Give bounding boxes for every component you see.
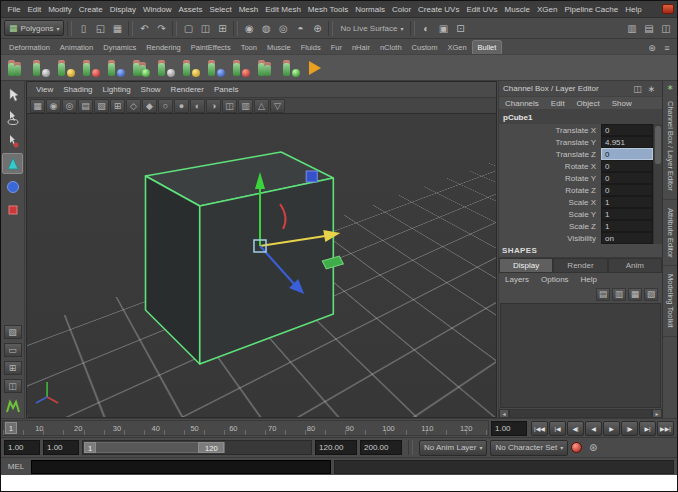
channel-attribute-row[interactable]: Translate Y 4.951 [499,136,653,148]
redo-icon[interactable]: ↷ [153,20,169,36]
channel-attribute-row[interactable]: Scale Z 1 [499,220,653,232]
play-backwards-button[interactable]: ◀ [585,421,602,436]
toggle-channel-box-icon[interactable]: ◫ [658,20,674,36]
split-pane-layout-button[interactable]: ◫ [4,379,22,393]
layer-list[interactable] [500,303,661,408]
scrollbar-track[interactable] [509,409,652,418]
layer-editor-tab[interactable]: Render [553,258,607,273]
range-start-handle[interactable]: 1 [84,442,96,453]
anim-layer-dropdown[interactable]: No Anim Layer ▾ [419,440,487,456]
render-current-frame-icon[interactable]: ◐ [418,20,434,36]
split-layout-icon[interactable]: ◫ [631,82,644,95]
shelf-tab[interactable]: Dynamics [98,41,141,54]
pin-panel-icon[interactable]: ∗ [645,82,658,95]
step-back-frame-button[interactable]: ◀| [567,421,584,436]
ipr-render-icon[interactable]: ▣ [435,20,451,36]
animation-preferences-button[interactable]: ⊛ [585,440,601,456]
single-pane-layout-button[interactable]: ▭ [4,343,22,357]
playback-start-field[interactable]: 1.00 [43,440,79,455]
shelf-tab[interactable]: Bullet [472,40,503,54]
oversampling-icon[interactable]: ◇ [126,99,141,113]
timeline-ruler[interactable]: 102030405060708090100110120 1 [2,420,489,436]
paint-select-tool-button[interactable] [2,130,23,151]
shelf-tab[interactable]: Animation [55,41,98,54]
shelf-tab[interactable]: Toon [236,41,262,54]
lasso-tool-button[interactable] [2,107,23,128]
attribute-value-field[interactable]: 0 [601,124,653,136]
render-settings-icon[interactable]: ⊡ [452,20,468,36]
menu-item[interactable]: Mesh Tools [304,4,351,15]
move-tool-button[interactable] [2,153,23,174]
viewport-canvas[interactable] [27,114,496,417]
channel-box-menu-item[interactable]: Object [571,99,606,108]
resolution-gate-icon[interactable]: ◐ [190,99,205,113]
lock-camera-icon[interactable]: ◉ [46,99,61,113]
workspace-icon[interactable] [662,4,674,14]
menu-item[interactable]: Assets [175,4,206,15]
playback-end-field[interactable]: 120.00 [315,440,357,455]
wireframe-mode-icon[interactable]: △ [254,99,269,113]
layer-editor-menu-item[interactable]: Options [535,275,575,284]
shelf-tab[interactable]: XGen [442,41,471,54]
attribute-value-field[interactable]: 4.951 [601,136,653,148]
shelf-play-arrow-icon[interactable] [309,61,321,75]
animation-start-field[interactable]: 1.00 [4,440,40,455]
layer-editor-menu-item[interactable]: Help [575,275,603,284]
shaded-mode-icon[interactable]: ▽ [270,99,285,113]
viewport-menu-item[interactable]: Renderer [166,85,209,94]
undo-icon[interactable]: ↶ [136,20,152,36]
menu-item[interactable]: XGen [533,4,560,15]
attribute-value-field[interactable]: 1 [601,196,653,208]
bullet-rigid-set-icon[interactable] [30,57,52,79]
select-tool-button[interactable] [2,84,23,105]
select-hierarchy-icon[interactable]: ▢ [180,20,196,36]
channel-attribute-row[interactable]: Translate Z 0 [499,148,653,160]
auto-keyframe-button[interactable] [571,442,582,453]
gate-mask-icon[interactable]: ◑ [206,99,221,113]
current-frame-field[interactable]: 1.00 [491,421,527,436]
selected-object-name[interactable]: pCube1 [499,110,662,124]
new-anim-layer-icon[interactable]: ▧ [644,288,658,301]
attribute-value-field[interactable]: 0 [601,160,653,172]
scale-tool-button[interactable] [2,199,23,220]
channel-box-menu-item[interactable]: Edit [545,99,571,108]
range-slider[interactable]: 1 120 [82,440,312,455]
safe-action-icon[interactable]: ▥ [238,99,253,113]
channel-attribute-row[interactable]: Scale Y 1 [499,208,653,220]
shelf-menu-icon[interactable]: ≡ [660,41,674,54]
menu-item[interactable]: Select [206,4,235,15]
channel-attribute-row[interactable]: Scale X 1 [499,196,653,208]
channel-box-menu-item[interactable]: Channels [499,99,545,108]
attribute-value-field[interactable]: 0 [601,172,653,184]
snap-to-point-icon[interactable]: ◎ [275,20,291,36]
selected-cube[interactable] [146,152,334,364]
save-scene-icon[interactable]: ▦ [109,20,125,36]
channel-box-scrollbar[interactable] [653,124,662,244]
toggle-tool-settings-icon[interactable]: ▤ [641,20,657,36]
panel-side-tab[interactable]: Attribute Editor [663,200,677,267]
step-back-key-button[interactable]: |◀ [549,421,566,436]
make-live-icon[interactable]: ⊕ [309,20,325,36]
step-forward-key-button[interactable]: ▶| [639,421,656,436]
bullet-solver-icon[interactable] [155,57,177,79]
toggle-attribute-editor-icon[interactable]: ▥ [624,20,640,36]
bullet-delete-icon[interactable] [230,57,252,79]
sidebar-pin-icon[interactable]: ∗ [667,81,674,93]
go-to-end-button[interactable]: ▶▶| [657,421,674,436]
viewport-menu-item[interactable]: View [31,85,58,94]
shelf-tab[interactable]: Muscle [262,41,296,54]
menu-item[interactable]: Window [140,4,175,15]
menu-item[interactable]: Modify [45,4,76,15]
viewport-menu-item[interactable]: Shading [58,85,97,94]
channel-attribute-row[interactable]: Rotate Y 0 [499,172,653,184]
two-d-pan-zoom-icon[interactable]: ⊞ [110,99,125,113]
attribute-value-field[interactable]: 0 [601,184,653,196]
selection-mode-dropdown[interactable]: ▦ Polygons ▾ [4,20,64,36]
menu-item[interactable]: Mesh [235,4,262,15]
image-plane-icon[interactable]: ▧ [94,99,109,113]
viewport-scene[interactable] [27,114,496,417]
menu-item[interactable]: Create UVs [415,4,463,15]
command-line-language-label[interactable]: MEL [4,462,28,471]
bullet-membership-icon[interactable] [205,57,227,79]
shelf-tab[interactable]: nHair [347,41,375,54]
